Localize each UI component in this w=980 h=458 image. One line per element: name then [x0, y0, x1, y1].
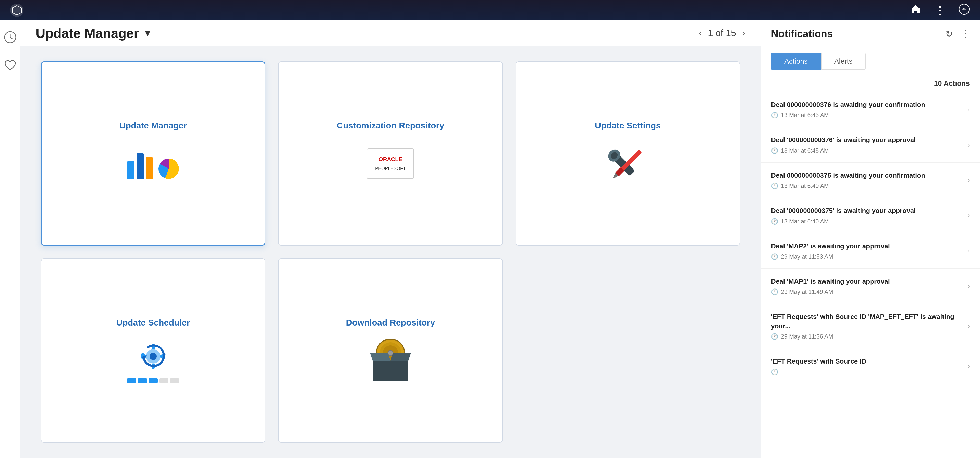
pagination: ‹ 1 of 15 ›: [699, 28, 745, 38]
notif-time-1: 13 Mar at 6:45 AM: [781, 147, 829, 154]
chevron-right-icon-4: ›: [967, 247, 970, 255]
progress-bar: [127, 378, 179, 383]
notification-item-5[interactable]: Deal 'MAP1' is awaiting your approval 🕐 …: [761, 268, 980, 304]
notifications-more-icon[interactable]: ⋮: [961, 29, 970, 39]
notif-title-7: 'EFT Requests' with Source ID: [771, 357, 967, 366]
svg-point-24: [388, 351, 393, 356]
notif-title-3: Deal '000000000375' is awaiting your app…: [771, 206, 967, 215]
app-logo: [10, 3, 24, 17]
notif-time-6: 29 May at 11:36 AM: [781, 333, 833, 340]
notif-title-0: Deal 000000000376 is awaiting your confi…: [771, 100, 967, 109]
notif-time-2: 13 Mar at 6:40 AM: [781, 182, 829, 190]
chevron-right-icon-5: ›: [967, 282, 970, 290]
left-sidebar: [0, 21, 21, 458]
notification-item-2[interactable]: Deal 000000000375 is awaiting your confi…: [761, 163, 980, 198]
tile-settings-label: Update Settings: [595, 121, 661, 131]
tile-update-manager[interactable]: Update Manager: [41, 61, 266, 246]
close-icon[interactable]: [959, 3, 970, 17]
chevron-right-icon-7: ›: [967, 362, 970, 370]
notifications-list: Deal 000000000376 is awaiting your confi…: [761, 92, 980, 458]
tile-customization-icon: ORACLE PEOPLESOFT: [368, 140, 414, 187]
tile-settings-icon: [605, 140, 651, 187]
oracle-text: ORACLE: [379, 156, 402, 163]
tile-update-manager-label: Update Manager: [119, 121, 187, 131]
clock-icon-4: 🕐: [771, 253, 778, 260]
favorites-icon[interactable]: [3, 59, 17, 75]
clock-icon-2: 🕐: [771, 182, 778, 190]
peoplesoft-text: PEOPLESOFT: [375, 166, 406, 171]
svg-point-11: [150, 353, 157, 360]
tile-download-label: Download Repository: [346, 318, 435, 327]
chevron-right-icon-6: ›: [967, 322, 970, 330]
notification-item-7[interactable]: 'EFT Requests' with Source ID 🕐 ›: [761, 348, 980, 384]
notifications-header: Notifications ↻ ⋮: [761, 21, 980, 48]
notification-item-3[interactable]: Deal '000000000375' is awaiting your app…: [761, 198, 980, 233]
notifications-title: Notifications: [771, 28, 833, 40]
notif-time-4: 29 May at 11:53 AM: [781, 253, 833, 260]
notif-title-2: Deal 000000000375 is awaiting your confi…: [771, 171, 967, 180]
notif-title-4: Deal 'MAP2' is awaiting your approval: [771, 241, 967, 251]
clock-icon-7: 🕐: [771, 369, 778, 375]
notifications-panel: Notifications ↻ ⋮ Actions Alerts 10 Acti…: [760, 21, 980, 458]
clock-icon-3: 🕐: [771, 218, 778, 225]
title-dropdown-icon[interactable]: ▼: [143, 28, 152, 38]
tile-customization-label: Customization Repository: [337, 121, 444, 131]
notif-title-5: Deal 'MAP1' is awaiting your approval: [771, 277, 967, 286]
refresh-icon[interactable]: ↻: [945, 29, 953, 39]
svg-rect-25: [372, 361, 408, 381]
page-title: Update Manager: [36, 26, 139, 41]
notifications-header-icons: ↻ ⋮: [945, 29, 970, 39]
tile-download-repository[interactable]: Download Repository: [278, 259, 503, 443]
pagination-display: 1 of 15: [708, 28, 736, 38]
topbar: ⋮: [0, 0, 980, 21]
notification-item-0[interactable]: Deal 000000000376 is awaiting your confi…: [761, 92, 980, 127]
tile-scheduler-icon: [130, 338, 176, 384]
notif-title-6: 'EFT Requests' with Source ID 'MAP_EFT_E…: [771, 312, 967, 330]
clock-icon-1: 🕐: [771, 147, 778, 154]
header-title-group: Update Manager ▼: [36, 26, 152, 41]
notification-item-1[interactable]: Deal '000000000376' is awaiting your app…: [761, 127, 980, 162]
chevron-right-icon-2: ›: [967, 176, 970, 184]
main-layout: Update Manager ▼ ‹ 1 of 15 › Update Mana…: [0, 21, 980, 458]
notif-time-5: 29 May at 11:49 AM: [781, 289, 833, 295]
tile-customization-repository[interactable]: Customization Repository ORACLE PEOPLESO…: [278, 61, 503, 246]
tab-alerts[interactable]: Alerts: [821, 53, 866, 70]
tile-download-icon: [368, 338, 414, 384]
notif-time-3: 13 Mar at 6:40 AM: [781, 218, 829, 225]
notification-item-6[interactable]: 'EFT Requests' with Source ID 'MAP_EFT_E…: [761, 304, 980, 348]
tab-actions[interactable]: Actions: [771, 53, 821, 70]
tile-update-manager-icon: [130, 140, 176, 187]
notif-time-0: 13 Mar at 6:45 AM: [781, 112, 829, 119]
chevron-right-icon-1: ›: [967, 140, 970, 149]
tile-update-scheduler[interactable]: Update Scheduler: [41, 259, 266, 443]
more-options-icon[interactable]: ⋮: [934, 4, 946, 17]
tiles-area: Update Manager Customization Repository: [21, 46, 760, 458]
next-page-button[interactable]: ›: [742, 28, 745, 38]
chevron-right-icon-3: ›: [967, 211, 970, 220]
svg-marker-0: [12, 6, 21, 15]
notif-title-1: Deal '000000000376' is awaiting your app…: [771, 135, 967, 145]
tile-scheduler-label: Update Scheduler: [116, 318, 190, 327]
header-bar: Update Manager ▼ ‹ 1 of 15 ›: [21, 21, 760, 46]
clock-icon-5: 🕐: [771, 289, 778, 295]
content-area: Update Manager ▼ ‹ 1 of 15 › Update Mana…: [21, 21, 760, 458]
actions-count: 10 Actions: [761, 75, 980, 92]
home-icon[interactable]: [910, 3, 921, 17]
clock-icon-0: 🕐: [771, 112, 778, 119]
notifications-tabs: Actions Alerts: [761, 48, 980, 75]
chevron-right-icon-0: ›: [967, 105, 970, 113]
history-icon[interactable]: [3, 30, 17, 46]
clock-icon-6: 🕐: [771, 333, 778, 340]
notification-item-4[interactable]: Deal 'MAP2' is awaiting your approval 🕐 …: [761, 233, 980, 268]
prev-page-button[interactable]: ‹: [699, 28, 702, 38]
tile-update-settings[interactable]: Update Settings: [515, 61, 740, 246]
